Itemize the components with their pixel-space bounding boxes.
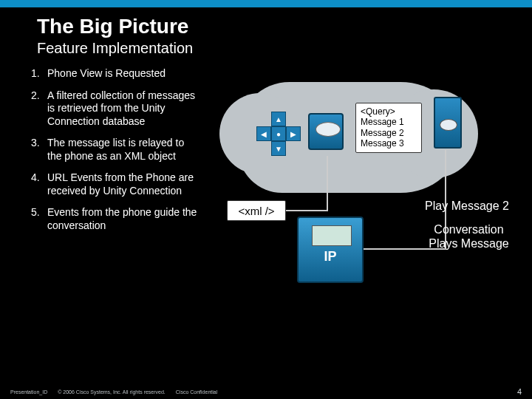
server-icon bbox=[434, 97, 462, 149]
ip-label: IP bbox=[299, 249, 362, 265]
list-item: 4. URL Events from the Phone are receive… bbox=[31, 171, 197, 197]
numbered-list: 1. Phone View is Requested 2. A filtered… bbox=[31, 67, 197, 326]
diagram-area: ▲ ◀●▶ ▼ <Query> Message 1 Message 2 Mess… bbox=[197, 67, 525, 326]
item-text: A filtered collection of messages is ret… bbox=[47, 89, 197, 129]
printer-icon bbox=[308, 113, 344, 150]
item-number: 3. bbox=[31, 137, 47, 163]
list-item: 2. A filtered collection of messages is … bbox=[31, 89, 197, 129]
slide-body: 1. Phone View is Requested 2. A filtered… bbox=[0, 61, 532, 326]
query-line: Message 1 bbox=[361, 117, 404, 127]
play-message-label: Play Message 2 bbox=[412, 199, 522, 213]
page-number: 4 bbox=[517, 387, 522, 396]
query-line: Message 2 bbox=[361, 128, 404, 138]
presentation-id: Presentation_ID bbox=[10, 389, 47, 395]
copyright-text: © 2006 Cisco Systems, Inc. All rights re… bbox=[58, 389, 166, 395]
ip-phone-icon: IP bbox=[297, 216, 364, 283]
query-header: <Query> bbox=[361, 106, 395, 117]
conversation-label: Conversation Plays Message bbox=[412, 222, 526, 250]
item-text: Events from the phone guide the conversa… bbox=[47, 206, 197, 232]
slide-header: The Big Picture Feature Implementation bbox=[0, 7, 532, 61]
query-callout: <Query> Message 1 Message 2 Message 3 bbox=[355, 103, 422, 153]
item-text: Phone View is Requested bbox=[47, 67, 197, 81]
conversation-label-line1: Conversation bbox=[412, 222, 526, 236]
item-number: 2. bbox=[31, 89, 47, 129]
item-number: 4. bbox=[31, 171, 47, 197]
list-item: 3. The message list is relayed to the ph… bbox=[31, 137, 197, 163]
query-line: Message 3 bbox=[361, 138, 404, 149]
item-text: The message list is relayed to the phone… bbox=[47, 137, 197, 163]
item-number: 5. bbox=[31, 206, 47, 232]
xml-callout: <xml /> bbox=[227, 200, 286, 221]
item-text: URL Events from the Phone are received b… bbox=[47, 171, 197, 197]
confidential-text: Cisco Confidential bbox=[176, 389, 217, 395]
connector-line bbox=[327, 156, 328, 211]
list-item: 5. Events from the phone guide the conve… bbox=[31, 206, 197, 232]
phone-screen-icon bbox=[312, 225, 352, 246]
accent-bar bbox=[0, 0, 532, 7]
slide-subtitle: Feature Implementation bbox=[37, 40, 532, 57]
item-number: 1. bbox=[31, 67, 47, 81]
list-item: 1. Phone View is Requested bbox=[31, 67, 197, 81]
xml-label: <xml /> bbox=[238, 205, 274, 217]
connector-line bbox=[286, 210, 328, 211]
slide-title: The Big Picture bbox=[37, 15, 532, 38]
navigation-pad-icon: ▲ ◀●▶ ▼ bbox=[256, 112, 301, 156]
conversation-label-line2: Plays Message bbox=[412, 236, 526, 250]
slide-footer: Presentation_ID © 2006 Cisco Systems, In… bbox=[0, 387, 532, 396]
